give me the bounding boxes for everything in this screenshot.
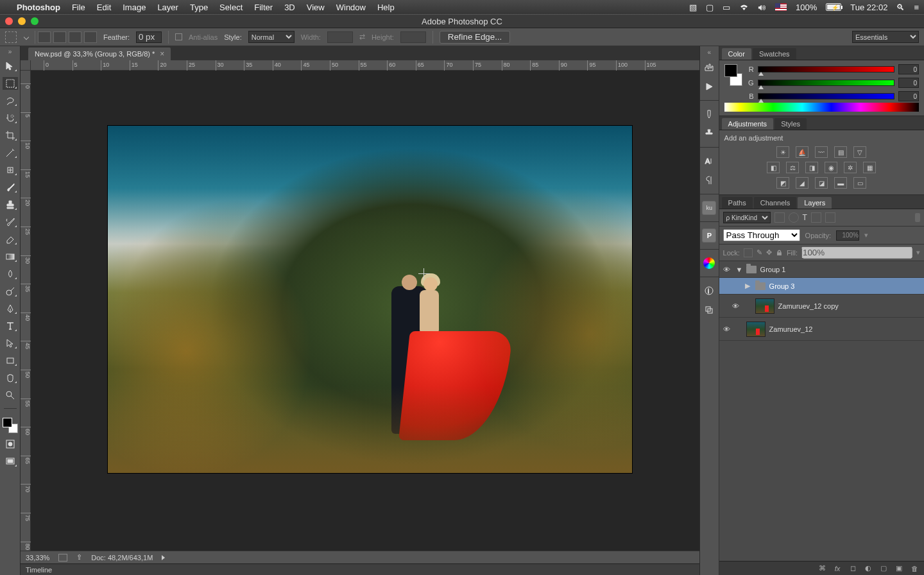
filter-adjust-icon[interactable]	[789, 212, 799, 223]
wifi-icon[interactable]	[739, 3, 749, 11]
disclosure-icon[interactable]: ▼	[736, 266, 742, 273]
refine-edge-button[interactable]: Refine Edge...	[440, 31, 510, 44]
doc-info-menu-icon[interactable]	[162, 555, 165, 560]
filter-type-icon[interactable]: T	[803, 213, 807, 222]
menu-file[interactable]: File	[72, 3, 85, 12]
link-layers-icon[interactable]: ⌘	[817, 564, 826, 573]
b-input[interactable]	[898, 91, 919, 101]
status-share-icon[interactable]: ⇪	[76, 553, 82, 562]
visibility-toggle[interactable]: 👁︎	[731, 302, 741, 310]
shape-tool[interactable]	[3, 354, 18, 367]
close-tab-icon[interactable]: ×	[160, 49, 164, 58]
kuler-panel-icon[interactable]: ku	[702, 201, 716, 215]
clone-source-panel-icon[interactable]	[702, 126, 716, 141]
current-tool-icon[interactable]	[5, 31, 17, 43]
status-preview-icon[interactable]	[58, 554, 67, 562]
g-input[interactable]	[898, 78, 919, 88]
tab-channels[interactable]: Channels	[754, 197, 796, 209]
menu-window[interactable]: Window	[336, 3, 366, 12]
brush-panel-icon[interactable]	[702, 107, 716, 121]
hand-tool[interactable]	[3, 372, 18, 384]
app-name[interactable]: Photoshop	[17, 3, 60, 12]
delete-layer-icon[interactable]: 🗑︎	[910, 564, 919, 573]
toolbox-expand-icon[interactable]: »	[0, 47, 20, 55]
battery-icon[interactable]: ⚡	[826, 3, 841, 11]
selection-subtract-icon[interactable]	[69, 31, 81, 43]
width-input[interactable]	[327, 31, 353, 43]
foreground-background-swatch[interactable]	[3, 418, 18, 433]
spotlight-icon[interactable]: 🔍︎	[896, 3, 905, 12]
adj-gradient-icon[interactable]: ▬	[834, 177, 847, 189]
zoom-level[interactable]: 33,33%	[26, 554, 49, 562]
adj-photo-filter-icon[interactable]: ◉	[825, 162, 837, 173]
opacity-flyout-icon[interactable]: ▾	[864, 231, 868, 239]
filter-toggle[interactable]	[915, 213, 920, 222]
dodge-tool[interactable]	[3, 285, 18, 298]
tool-preset-dropdown-icon[interactable]	[24, 34, 29, 39]
tab-styles[interactable]: Styles	[774, 118, 807, 130]
layer-fx-icon[interactable]: fx	[833, 564, 842, 573]
new-layer-icon[interactable]: ▣	[894, 564, 903, 573]
move-tool[interactable]	[3, 60, 18, 73]
menu-view[interactable]: View	[307, 3, 325, 12]
color-spectrum[interactable]	[724, 103, 919, 112]
swap-wh-icon[interactable]: ⇄	[359, 33, 365, 41]
disclosure-icon[interactable]: ▶	[745, 282, 751, 290]
feather-input[interactable]	[136, 31, 162, 43]
lock-position-icon[interactable]: ✥	[766, 248, 772, 257]
adj-selective-icon[interactable]: ▭	[853, 177, 866, 189]
ruler-horizontal[interactable]: 0510152025303540455055606570758085909510…	[31, 60, 699, 71]
b-slider[interactable]	[758, 93, 894, 99]
adj-brightness-icon[interactable]: ☀	[776, 146, 789, 158]
adj-hue-icon[interactable]: ◧	[767, 162, 780, 173]
menu-layer[interactable]: Layer	[157, 3, 178, 12]
adj-bw-icon[interactable]: ◨	[805, 162, 818, 173]
pen-tool[interactable]	[3, 302, 18, 315]
g-slider[interactable]	[758, 80, 894, 86]
layer-thumbnail[interactable]	[746, 322, 766, 337]
lasso-tool[interactable]	[3, 94, 18, 107]
tab-paths[interactable]: Paths	[722, 197, 753, 209]
play-panel-icon[interactable]	[702, 80, 716, 94]
healing-tool[interactable]	[3, 164, 18, 176]
style-select[interactable]: Normal	[248, 31, 295, 43]
display-icon[interactable]: ▭	[723, 3, 730, 12]
layers-shortcut-icon[interactable]	[702, 303, 716, 317]
color-fg-bg-swatch[interactable]	[724, 64, 742, 86]
stamp-tool[interactable]	[3, 198, 18, 211]
ruler-vertical[interactable]: 05101520253035404550556065707580	[21, 71, 31, 551]
selection-add-icon[interactable]	[53, 31, 66, 43]
quick-mask-icon[interactable]	[3, 438, 18, 451]
info-panel-icon[interactable]: i	[702, 284, 716, 298]
clock[interactable]: Tue 22:02	[850, 3, 887, 12]
layer-mask-icon[interactable]: ◻	[848, 564, 857, 573]
opacity-input[interactable]	[836, 230, 859, 241]
blur-tool[interactable]	[3, 268, 18, 280]
new-adjustment-icon[interactable]: ◐	[864, 564, 873, 573]
tab-layers[interactable]: Layers	[798, 197, 832, 209]
tab-swatches[interactable]: Swatches	[753, 48, 796, 60]
lock-transparency-icon[interactable]	[744, 248, 753, 257]
notification-icon[interactable]: ≡	[914, 3, 919, 12]
layer-filter-select[interactable]: ρ KindKind	[723, 212, 771, 223]
evernote-icon[interactable]: ▧	[689, 3, 697, 12]
lock-all-icon[interactable]: 🔒︎	[776, 249, 783, 257]
adj-invert-icon[interactable]: ◩	[776, 177, 789, 189]
battery-percent[interactable]: 100%	[796, 3, 817, 12]
adj-threshold-icon[interactable]: ◪	[815, 177, 828, 189]
adj-vibrance-icon[interactable]: ▽	[853, 146, 866, 158]
marquee-tool[interactable]	[3, 77, 18, 90]
type-tool[interactable]	[3, 320, 18, 332]
layer-row-group1[interactable]: 👁︎ ▼ Group 1	[719, 261, 924, 278]
selection-new-icon[interactable]	[38, 31, 51, 43]
menu-help[interactable]: Help	[377, 3, 395, 12]
rail-collapse-icon[interactable]: «	[708, 49, 712, 55]
visibility-toggle[interactable]: 👁︎	[722, 325, 732, 333]
eyedropper-tool[interactable]	[3, 146, 18, 159]
screen-mode-icon[interactable]	[3, 455, 18, 468]
colorwheel-panel-icon[interactable]	[702, 256, 716, 270]
height-input[interactable]	[400, 31, 426, 43]
crop-tool[interactable]	[3, 129, 18, 142]
filter-smart-icon[interactable]	[825, 212, 835, 223]
adj-exposure-icon[interactable]: ▤	[834, 146, 847, 158]
